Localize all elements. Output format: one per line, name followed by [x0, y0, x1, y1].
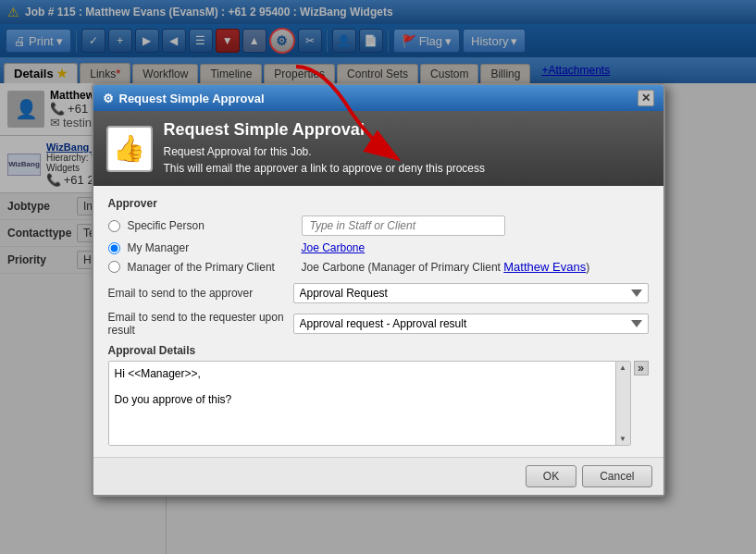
approval-textarea-container: Hi <<Manager>>, Do you approve of this? … — [108, 361, 649, 446]
modal-title: ⚙ Request Simple Approval — [103, 92, 265, 105]
cancel-button[interactable]: Cancel — [582, 465, 651, 487]
modal-header: 👍 Request Simple Approval Request Approv… — [93, 111, 663, 186]
email-requester-label: Email to send to the requester upon resu… — [108, 311, 293, 337]
modal-header-subtitle1: Request Approval for this Job. — [164, 143, 486, 160]
primary-client-label: Manager of the Primary Client — [128, 261, 294, 274]
my-manager-row: My Manager Joe Carbone — [108, 241, 649, 254]
modal-body: Approver Specific Person My Manager Joe … — [93, 186, 663, 457]
modal-overlay: ⚙ Request Simple Approval ✕ 👍 Request Si… — [0, 0, 756, 554]
approval-thumbs-icon: 👍 — [106, 126, 153, 172]
approval-details-section: Approval Details Hi <<Manager>>, Do you … — [108, 344, 649, 446]
primary-client-value: Joe Carbone (Manager of Primary Client M… — [302, 260, 590, 274]
approver-section: Approver Specific Person My Manager Joe … — [108, 197, 649, 274]
email-approver-label: Email to send to the approver — [108, 287, 293, 300]
modal-header-subtitle2: This will email the approver a link to a… — [164, 160, 486, 177]
approval-textarea[interactable]: Hi <<Manager>>, Do you approve of this? — [109, 362, 615, 445]
primary-client-manager-row: Manager of the Primary Client Joe Carbon… — [108, 260, 649, 274]
specific-person-radio[interactable] — [108, 220, 120, 232]
modal-header-title: Request Simple Approval — [164, 120, 486, 140]
specific-person-row: Specific Person — [108, 215, 649, 236]
scroll-up-arrow[interactable]: ▲ — [617, 362, 628, 374]
primary-client-radio[interactable] — [108, 261, 120, 273]
approval-modal: ⚙ Request Simple Approval ✕ 👍 Request Si… — [92, 83, 665, 497]
manager-name-link[interactable]: Joe Carbone — [302, 241, 366, 254]
modal-title-bar: ⚙ Request Simple Approval ✕ — [93, 85, 663, 111]
scroll-down-arrow[interactable]: ▼ — [617, 433, 628, 445]
expand-button[interactable]: » — [634, 361, 649, 375]
specific-person-label: Specific Person — [128, 219, 294, 232]
approver-section-title: Approver — [108, 197, 649, 210]
textarea-scrollbar: ▲ ▼ — [615, 362, 630, 445]
my-manager-radio[interactable] — [108, 242, 120, 254]
modal-footer: OK Cancel — [93, 457, 663, 495]
email-approver-row: Email to send to the approver Approval R… — [108, 283, 649, 303]
email-approver-select[interactable]: Approval Request — [293, 283, 649, 303]
my-manager-label: My Manager — [128, 241, 294, 254]
modal-title-icon: ⚙ — [103, 92, 114, 105]
approval-details-label: Approval Details — [108, 344, 649, 357]
email-requester-row: Email to send to the requester upon resu… — [108, 311, 649, 337]
approval-textarea-wrapper: Hi <<Manager>>, Do you approve of this? … — [108, 361, 631, 446]
ok-button[interactable]: OK — [526, 465, 576, 487]
primary-client-name-link[interactable]: Matthew Evans — [503, 260, 586, 274]
modal-close-button[interactable]: ✕ — [638, 90, 654, 106]
specific-person-input[interactable] — [302, 215, 505, 236]
email-requester-select[interactable]: Approval request - Approval result — [293, 314, 649, 334]
